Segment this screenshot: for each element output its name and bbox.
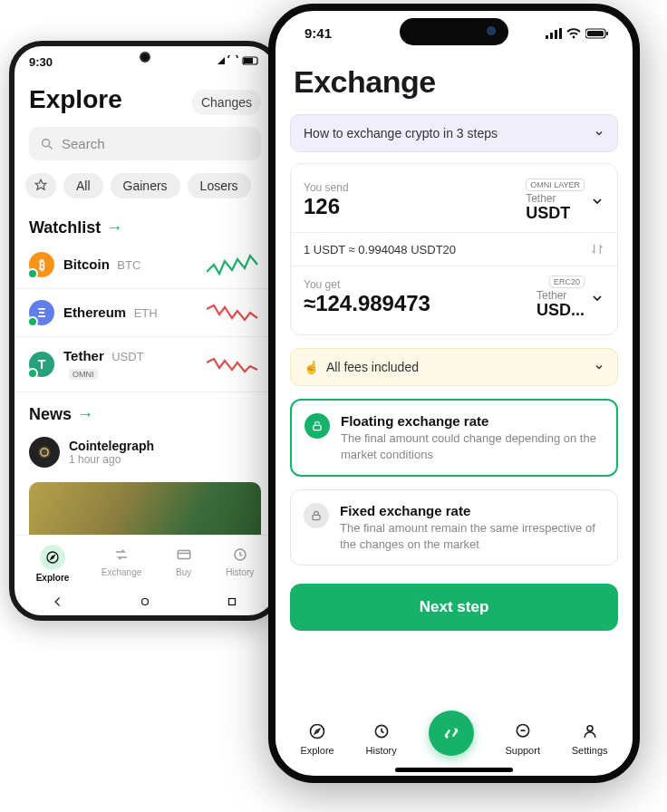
svg-point-24 [311, 725, 324, 739]
news-time: 1 hour ago [69, 453, 154, 466]
svg-point-2 [43, 139, 50, 146]
front-camera [140, 52, 150, 63]
news-header[interactable]: News → [14, 392, 276, 428]
sparkline-icon [207, 252, 261, 277]
tab-support[interactable]: Support [505, 721, 540, 756]
rate-title: Floating exchange rate [341, 413, 604, 429]
rate-title: Fixed exchange rate [340, 503, 604, 518]
tab-history[interactable]: History [366, 721, 397, 756]
svg-rect-13 [229, 599, 236, 605]
user-icon [580, 721, 600, 741]
android-nav-bar [14, 592, 276, 612]
news-item[interactable]: Cointelegraph 1 hour ago [14, 428, 276, 477]
home-indicator[interactable] [395, 768, 513, 772]
android-home-icon[interactable] [139, 595, 151, 608]
ethereum-icon: Ξ [29, 300, 54, 325]
status-icons [546, 28, 609, 39]
token-symbol: USD... [536, 301, 585, 320]
svg-line-3 [49, 146, 52, 149]
coin-row-usdt[interactable]: T Tether USDT OMNI [14, 337, 276, 392]
battery-icon [585, 28, 609, 39]
tab-buy[interactable]: Buy [174, 545, 194, 583]
arrow-right-icon: → [77, 405, 93, 424]
filter-all[interactable]: All [63, 173, 103, 198]
get-token-selector[interactable]: ERC20 Tether USD... [536, 276, 604, 320]
unlock-icon [304, 413, 330, 439]
svg-marker-8 [51, 556, 54, 559]
exchange-fab-button[interactable] [429, 710, 474, 756]
next-step-button[interactable]: Next step [290, 584, 618, 631]
svg-marker-25 [315, 730, 320, 734]
bitcoin-icon: ₿ [29, 252, 54, 277]
clock-icon [372, 721, 392, 741]
filter-favorites[interactable] [25, 173, 56, 198]
svg-rect-20 [587, 31, 604, 36]
android-back-icon[interactable] [52, 595, 64, 608]
coin-row-btc[interactable]: ₿ Bitcoin BTC [14, 241, 276, 289]
chevron-down-icon [590, 194, 604, 208]
rate-desc: The final amount could change depending … [341, 430, 604, 462]
send-amount-input[interactable]: 126 [304, 194, 349, 220]
svg-rect-9 [178, 551, 190, 559]
card-icon [174, 545, 194, 565]
rate-desc: The final amount remain the same irrespe… [340, 520, 604, 552]
svg-rect-1 [244, 58, 253, 63]
svg-rect-21 [606, 32, 608, 35]
sparkline-icon [207, 352, 261, 377]
svg-point-28 [587, 726, 593, 731]
svg-rect-16 [555, 30, 557, 39]
rate-option-fixed[interactable]: Fixed exchange rate The final amount rem… [290, 489, 618, 566]
android-recents-icon[interactable] [226, 595, 238, 608]
howto-text: How to exchange crypto in 3 steps [304, 126, 498, 140]
token-symbol: USDT [526, 204, 570, 223]
exchange-rate-text: 1 USDT ≈ 0.994048 USDT20 [304, 243, 456, 256]
filter-losers[interactable]: Losers [188, 173, 251, 198]
search-input[interactable]: Search [29, 127, 261, 160]
wifi-icon [566, 28, 581, 39]
get-amount: ≈124.989473 [304, 291, 430, 317]
chevron-down-icon [594, 128, 604, 139]
changes-dropdown[interactable]: Changes [192, 90, 261, 115]
search-placeholder: Search [62, 136, 105, 151]
tab-label: Explore [36, 573, 70, 583]
tab-explore[interactable]: Explore [36, 545, 70, 583]
tab-history[interactable]: History [226, 545, 254, 583]
rate-option-floating[interactable]: Floating exchange rate The final amount … [290, 399, 618, 477]
get-label: You get [304, 278, 430, 291]
chevron-down-icon [590, 291, 604, 305]
fees-banner[interactable]: ☝️ All fees included [290, 348, 618, 386]
network-badge: ERC20 [549, 276, 585, 288]
tab-label: Settings [572, 745, 608, 756]
compass-icon [307, 721, 327, 741]
iphone-frame: 9:41 Exchange How to exchange crypto in … [268, 4, 640, 783]
cellular-icon [546, 28, 562, 39]
watchlist-title: Watchlist [29, 218, 101, 237]
svg-rect-15 [550, 33, 553, 39]
coin-symbol: USDT [111, 350, 143, 363]
coin-name: Ethereum [63, 304, 126, 320]
exchange-icon [111, 545, 131, 565]
chat-icon [513, 721, 533, 741]
howto-banner[interactable]: How to exchange crypto in 3 steps [290, 114, 618, 152]
tab-exchange[interactable]: Exchange [102, 545, 141, 583]
send-token-selector[interactable]: OMNI LAYER Tether USDT [526, 179, 604, 223]
news-source: Cointelegraph [69, 439, 154, 453]
search-icon [40, 137, 54, 151]
status-time: 9:41 [304, 25, 332, 41]
bottom-tab-bar: Explore History Support Settings [276, 714, 633, 768]
svg-point-18 [573, 35, 575, 38]
tab-settings[interactable]: Settings [572, 721, 608, 756]
arrow-right-icon: → [106, 218, 122, 237]
swap-icon[interactable] [590, 242, 604, 256]
tab-explore[interactable]: Explore [300, 721, 334, 756]
filter-gainers[interactable]: Gainers [111, 173, 180, 198]
page-title: Exchange [276, 41, 633, 109]
tab-label: Explore [300, 745, 334, 756]
svg-marker-4 [35, 179, 46, 189]
coin-row-eth[interactable]: Ξ Ethereum ETH [14, 289, 276, 337]
tether-icon: T [29, 352, 54, 377]
watchlist-header[interactable]: Watchlist → [14, 206, 276, 241]
pointing-up-icon: ☝️ [304, 360, 319, 374]
svg-rect-14 [546, 35, 548, 39]
status-time: 9:30 [29, 55, 53, 69]
